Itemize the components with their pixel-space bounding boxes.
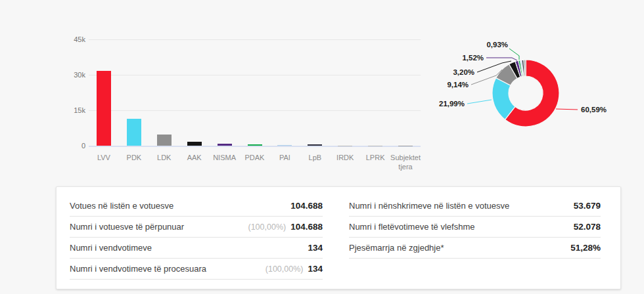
summary-label: Numri i nënshkrimeve në listën e votuesv… <box>349 201 509 211</box>
summary-label: Numri i fletëvotimeve të vlefshme <box>349 222 474 232</box>
summary-percent: (100,00%) <box>248 222 287 232</box>
x-axis-category-label: Subjektet tjera <box>390 153 421 171</box>
summary-value: 52.078 <box>574 222 601 232</box>
bar-chart-x-axis: LVVPDKLDKAAKNISMAPDAKPAILpBIRDKLPRKSubje… <box>89 153 421 175</box>
x-axis-category-label: AAK <box>179 153 210 162</box>
x-axis-category-label: PAI <box>269 153 300 162</box>
y-axis-tick-label: 15k <box>56 106 85 115</box>
donut-percent-label-nisma: 1,52% <box>462 54 484 62</box>
x-axis-category-label: LPRK <box>360 153 390 162</box>
summary-value: 104.688 <box>290 201 323 211</box>
bar-chart-plot-area <box>89 39 421 147</box>
summary-table-right: Numri i nënshkrimeve në listën e votuesv… <box>349 196 601 259</box>
donut-chart: 60,59%21,99%9,14%3,20%1,52%0,93% <box>434 26 644 163</box>
bar-aak[interactable] <box>187 142 202 146</box>
summary-card: Votues në listën e votuesve104.688Numri … <box>56 186 621 289</box>
gridline <box>89 110 421 111</box>
bar-ldk[interactable] <box>157 135 172 146</box>
results-page: LVVPDKLDKAAKNISMAPDAKPAILpBIRDKLPRKSubje… <box>0 0 644 294</box>
donut-leader-line-nisma <box>486 58 517 60</box>
summary-row: Numri i nënshkrimeve në listën e votuesv… <box>349 196 601 217</box>
bar-nisma[interactable] <box>218 144 232 146</box>
summary-row: Numri i vendvotimeve134 <box>70 238 323 259</box>
x-axis-category-label: LpB <box>300 153 330 162</box>
summary-row: Pjesëmarrja në zgjedhje*51,28% <box>349 238 601 259</box>
x-axis-category-label: PDK <box>119 153 149 162</box>
summary-percent: (100,00%) <box>265 264 304 274</box>
donut-leader-line-pdk <box>467 100 492 104</box>
donut-percent-label-ldk: 9,14% <box>447 81 469 89</box>
summary-value: 134 <box>308 264 323 274</box>
x-axis-category-label: IRDK <box>330 153 360 162</box>
summary-label: Numri i vendvotimeve të procesuara <box>70 264 206 274</box>
summary-row: Votues në listën e votuesve104.688 <box>70 196 323 217</box>
bar-chart: LVVPDKLDKAAKNISMAPDAKPAILpBIRDKLPRKSubje… <box>0 0 434 177</box>
summary-value: 104.688 <box>290 222 323 232</box>
donut-percent-label-aak: 3,20% <box>453 68 474 76</box>
summary-label: Numri i vendvotimeve <box>70 243 152 253</box>
bar-lpb[interactable] <box>308 144 322 146</box>
x-axis-category-label: LDK <box>149 153 179 162</box>
donut-percent-label-lvv: 60,59% <box>581 106 607 114</box>
bar-pdk[interactable] <box>127 119 141 146</box>
summary-value: 134 <box>308 243 323 253</box>
summary-label: Votues në listën e votuesve <box>70 201 173 211</box>
y-axis-tick-label: 45k <box>56 35 85 44</box>
x-axis-category-label: PDAK <box>240 153 270 162</box>
bar-lvv[interactable] <box>97 71 111 146</box>
summary-label: Numri i votuesve të përpunuar <box>70 222 184 232</box>
summary-table-left: Votues në listën e votuesve104.688Numri … <box>70 196 323 280</box>
gridline <box>89 75 421 75</box>
bar-pai[interactable] <box>277 145 292 146</box>
summary-row: Numri i fletëvotimeve të vlefshme52.078 <box>349 217 601 238</box>
summary-row: Numri i votuesve të përpunuar(100,00%)10… <box>70 217 323 238</box>
summary-value: 51,28% <box>570 243 601 253</box>
y-axis-tick-label: 0 <box>56 141 85 150</box>
x-axis-category-label: LVV <box>89 153 119 162</box>
gridline <box>89 39 421 40</box>
y-axis-tick-label: 30k <box>56 70 85 79</box>
donut-leader-line-lvv <box>556 109 578 110</box>
x-axis-category-label: NISMA <box>210 153 240 162</box>
donut-percent-label-pdk: 21,99% <box>439 100 465 108</box>
donut-percent-label-pdak: 0,93% <box>486 41 508 49</box>
summary-value: 53.679 <box>574 201 601 211</box>
summary-row: Numri i vendvotimeve të procesuara(100,0… <box>70 259 323 280</box>
summary-label: Pjesëmarrja në zgjedhje* <box>349 243 444 253</box>
bar-pdak[interactable] <box>248 144 262 146</box>
